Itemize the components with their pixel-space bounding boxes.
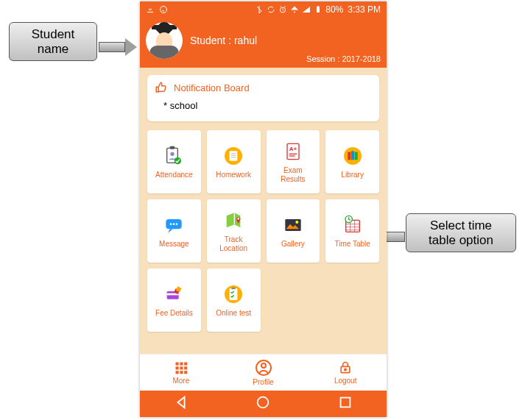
tile-label: Online test <box>216 309 251 318</box>
signal-icon <box>302 5 311 14</box>
tile-attendance[interactable]: Attendance <box>147 130 201 193</box>
grid-icon <box>174 360 188 375</box>
svg-rect-26 <box>285 219 300 231</box>
svg-rect-43 <box>175 366 178 369</box>
avatar[interactable] <box>146 22 183 59</box>
svg-point-53 <box>258 397 269 408</box>
tile-timetable[interactable]: Time Table <box>325 199 379 263</box>
logout-tab[interactable]: Logout <box>304 355 387 391</box>
recent-button[interactable] <box>337 394 353 413</box>
tile-exam[interactable]: A+Exam Results <box>267 130 320 193</box>
track-icon <box>222 209 245 232</box>
tile-label: Gallery <box>281 240 305 249</box>
clock-time: 3:33 PM <box>348 4 381 15</box>
svg-text:A+: A+ <box>289 146 297 152</box>
logout-label: Logout <box>334 377 357 385</box>
svg-rect-19 <box>351 151 354 160</box>
phone-frame: 80% 3:33 PM Student : rahul Session : 20… <box>140 1 387 417</box>
svg-rect-41 <box>180 363 183 366</box>
tile-label: Library <box>341 171 364 179</box>
tile-library[interactable]: Library <box>325 130 379 193</box>
svg-point-7 <box>175 157 181 164</box>
svg-rect-11 <box>231 155 236 156</box>
svg-rect-20 <box>354 152 357 160</box>
profile-icon <box>255 359 272 377</box>
whatsapp-icon <box>159 5 168 14</box>
more-label: More <box>172 377 189 385</box>
svg-point-27 <box>295 221 298 224</box>
android-navbar <box>140 391 387 417</box>
callout-student-name: Student name <box>9 22 97 61</box>
battery-percent: 80% <box>325 4 343 15</box>
svg-rect-38 <box>230 288 238 300</box>
timetable-icon <box>341 213 364 237</box>
svg-rect-42 <box>184 363 187 366</box>
tile-label: Time Table <box>334 240 370 249</box>
svg-rect-39 <box>231 288 235 290</box>
svg-rect-5 <box>170 146 175 149</box>
tile-track[interactable]: Track Location <box>207 199 261 263</box>
svg-rect-40 <box>175 363 178 366</box>
tile-test[interactable]: Online test <box>207 268 261 332</box>
svg-rect-48 <box>184 371 187 374</box>
svg-point-50 <box>261 363 266 368</box>
statusbar: 80% 3:33 PM <box>140 1 387 18</box>
library-icon <box>341 144 364 168</box>
svg-point-6 <box>171 152 175 156</box>
svg-rect-47 <box>180 371 183 374</box>
svg-point-22 <box>170 223 172 225</box>
exam-icon: A+ <box>281 140 305 163</box>
svg-point-0 <box>161 7 167 13</box>
alarm-icon <box>278 5 287 14</box>
profile-label: Profile <box>253 378 273 386</box>
svg-rect-2 <box>317 7 320 13</box>
message-icon <box>162 213 186 237</box>
session-label: Session : 2017-2018 <box>306 54 381 63</box>
notif-bullet: * <box>163 100 167 111</box>
svg-rect-15 <box>289 154 297 154</box>
svg-point-25 <box>237 218 239 220</box>
sync-icon <box>267 5 275 14</box>
tile-label: Exam Results <box>281 166 305 184</box>
arrow-left <box>99 38 137 56</box>
attendance-icon <box>162 144 186 168</box>
callout-text: Select time table option <box>429 218 493 247</box>
test-icon <box>222 282 245 306</box>
svg-point-23 <box>173 223 175 225</box>
svg-rect-16 <box>289 155 295 156</box>
lock-icon <box>338 360 353 375</box>
wifi-icon <box>290 5 299 14</box>
callout-time-table: Select time table option <box>406 213 516 252</box>
download-icon <box>146 5 155 14</box>
tile-fee[interactable]: Fee Details <box>147 268 201 332</box>
tile-label: Fee Details <box>155 309 193 318</box>
svg-point-52 <box>345 369 347 371</box>
gallery-icon <box>281 213 305 237</box>
svg-rect-3 <box>317 6 319 7</box>
back-button[interactable] <box>173 394 189 413</box>
thumbs-up-icon <box>155 81 168 94</box>
tile-label: Attendance <box>155 171 193 179</box>
tile-label: Track Location <box>219 235 247 253</box>
tile-gallery[interactable]: Gallery <box>267 199 320 263</box>
callout-text: Student name <box>32 27 75 56</box>
bottom-bar: More Profile Logout <box>140 354 387 391</box>
notification-title: Notification Board <box>174 82 250 93</box>
svg-rect-54 <box>341 398 350 407</box>
svg-point-24 <box>176 223 178 225</box>
tile-message[interactable]: Message <box>147 199 201 263</box>
svg-rect-44 <box>180 366 183 369</box>
tile-homework[interactable]: Homework <box>207 130 261 193</box>
home-button[interactable] <box>255 394 271 413</box>
svg-rect-46 <box>175 371 178 374</box>
profile-tab[interactable]: Profile <box>222 355 305 391</box>
header: Student : rahul Session : 2017-2018 <box>140 18 387 68</box>
tile-grid: AttendanceHomeworkA+Exam ResultsLibraryM… <box>147 130 379 332</box>
content-area: Notification Board * school AttendanceHo… <box>140 68 387 354</box>
svg-rect-18 <box>348 152 350 160</box>
notification-board[interactable]: Notification Board * school <box>147 75 379 121</box>
more-tab[interactable]: More <box>140 355 222 391</box>
battery-icon <box>314 5 323 14</box>
svg-rect-12 <box>231 157 236 157</box>
student-name: Student : rahul <box>190 35 257 46</box>
